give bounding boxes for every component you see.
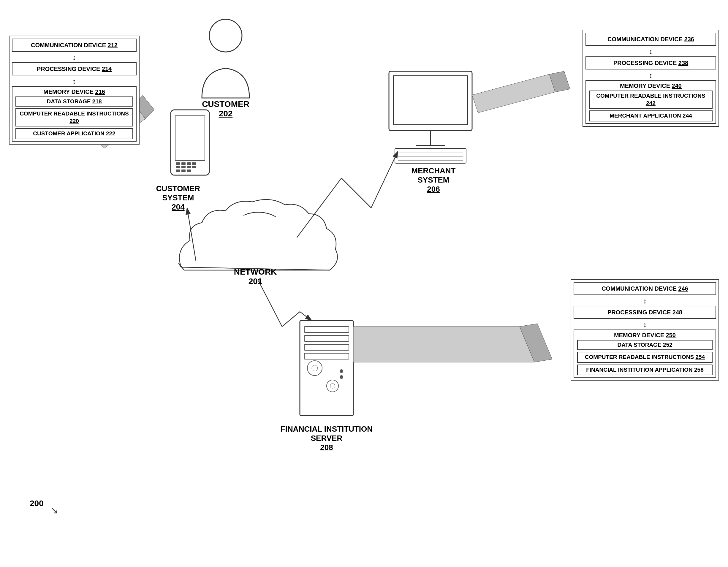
comm-device-246: COMMUNICATION DEVICE 246 xyxy=(574,282,716,295)
svg-marker-55 xyxy=(549,71,570,92)
svg-rect-9 xyxy=(187,166,191,168)
svg-line-48 xyxy=(371,151,398,208)
svg-point-28 xyxy=(312,365,318,371)
comm-device-212: COMMUNICATION DEVICE 212 xyxy=(12,39,137,52)
svg-rect-18 xyxy=(395,148,466,163)
svg-rect-3 xyxy=(176,162,180,165)
svg-point-34 xyxy=(190,229,243,270)
svg-point-0 xyxy=(209,19,242,52)
svg-marker-52 xyxy=(353,327,534,362)
svg-rect-2 xyxy=(175,116,205,160)
svg-point-35 xyxy=(211,218,258,257)
svg-point-37 xyxy=(261,220,309,261)
svg-rect-10 xyxy=(192,166,196,168)
svg-rect-11 xyxy=(176,170,180,172)
customer-app-222: CUSTOMER APPLICATION 222 xyxy=(15,128,133,139)
cri-220: COMPUTER READABLE INSTRUCTIONS 220 xyxy=(15,108,133,126)
merchant-system-box: COMMUNICATION DEVICE 236 ↕ PROCESSING DE… xyxy=(583,30,719,127)
svg-rect-15 xyxy=(393,76,468,125)
fi-system-box: COMMUNICATION DEVICE 246 ↕ PROCESSING DE… xyxy=(571,279,719,381)
svg-rect-5 xyxy=(187,162,191,165)
svg-point-36 xyxy=(232,212,285,251)
svg-line-47 xyxy=(341,178,371,208)
merchant-system-label: MERCHANT SYSTEM 206 xyxy=(398,166,469,194)
arrow-238-240: ↕ xyxy=(585,71,716,80)
svg-rect-23 xyxy=(304,327,349,332)
svg-rect-14 xyxy=(389,71,472,131)
svg-rect-4 xyxy=(181,162,186,165)
arrow-212-214: ↕ xyxy=(12,53,137,62)
svg-rect-25 xyxy=(304,344,349,350)
svg-rect-7 xyxy=(176,166,180,168)
customer-label: CUSTOMER 202 xyxy=(196,99,255,118)
proc-device-248: PROCESSING DEVICE 248 xyxy=(574,306,716,319)
svg-rect-13 xyxy=(187,170,191,172)
svg-rect-22 xyxy=(300,321,353,416)
svg-rect-12 xyxy=(181,170,186,172)
svg-point-29 xyxy=(327,380,338,392)
arrow-236-238: ↕ xyxy=(585,47,716,56)
svg-line-49 xyxy=(258,281,282,327)
customer-system-label: CUSTOMER SYSTEM 204 xyxy=(143,184,214,212)
diagram-ref-arrow: ↘ xyxy=(50,505,58,516)
fi-server-label: FINANCIAL INSTITUTION SERVER 208 xyxy=(276,425,377,452)
svg-point-39 xyxy=(190,242,226,275)
memory-device-216: MEMORY DEVICE 216 DATA STORAGE 218 COMPU… xyxy=(12,86,137,142)
proc-device-214: PROCESSING DEVICE 214 xyxy=(12,62,137,75)
customer-system-box: COMMUNICATION DEVICE 212 ↕ PROCESSING DE… xyxy=(9,36,140,145)
merchant-app-244: MERCHANT APPLICATION 244 xyxy=(589,110,713,121)
arrow-248-250: ↕ xyxy=(574,321,716,329)
memory-device-240: MEMORY DEVICE 240 COMPUTER READABLE INST… xyxy=(585,80,716,124)
svg-marker-53 xyxy=(520,324,552,362)
svg-rect-24 xyxy=(304,335,349,341)
svg-point-31 xyxy=(340,369,343,373)
svg-point-27 xyxy=(307,361,322,376)
comm-device-236: COMMUNICATION DEVICE 236 xyxy=(585,33,716,46)
svg-rect-8 xyxy=(181,166,186,168)
svg-line-46 xyxy=(297,178,341,237)
cri-242: COMPUTER READABLE INSTRUCTIONS 242 xyxy=(589,91,713,109)
arrow-214-216: ↕ xyxy=(12,77,137,85)
svg-point-30 xyxy=(330,384,335,388)
svg-rect-26 xyxy=(304,353,349,359)
svg-point-32 xyxy=(340,375,343,379)
svg-line-51 xyxy=(300,312,312,321)
arrow-246-248: ↕ xyxy=(574,297,716,305)
svg-rect-6 xyxy=(192,162,196,165)
memory-device-250: MEMORY DEVICE 250 DATA STORAGE 252 COMPU… xyxy=(574,330,716,378)
network-label: NETWORK 201 xyxy=(226,267,285,286)
cri-254: COMPUTER READABLE INSTRUCTIONS 254 xyxy=(577,352,713,363)
diagram-container: 200 ↘ CUSTOMER 202 CUSTOMER SYSTEM 204 N… xyxy=(0,0,728,567)
data-storage-252: DATA STORAGE 252 xyxy=(577,340,713,350)
svg-rect-1 xyxy=(171,110,209,175)
svg-line-45 xyxy=(187,208,196,261)
data-storage-218: DATA STORAGE 218 xyxy=(15,96,133,107)
svg-marker-54 xyxy=(472,74,555,113)
svg-line-50 xyxy=(282,312,300,327)
proc-device-238: PROCESSING DEVICE 238 xyxy=(585,56,716,69)
diagram-ref: 200 xyxy=(30,499,44,508)
fi-app-258: FINANCIAL INSTITUTION APPLICATION 258 xyxy=(577,365,713,376)
